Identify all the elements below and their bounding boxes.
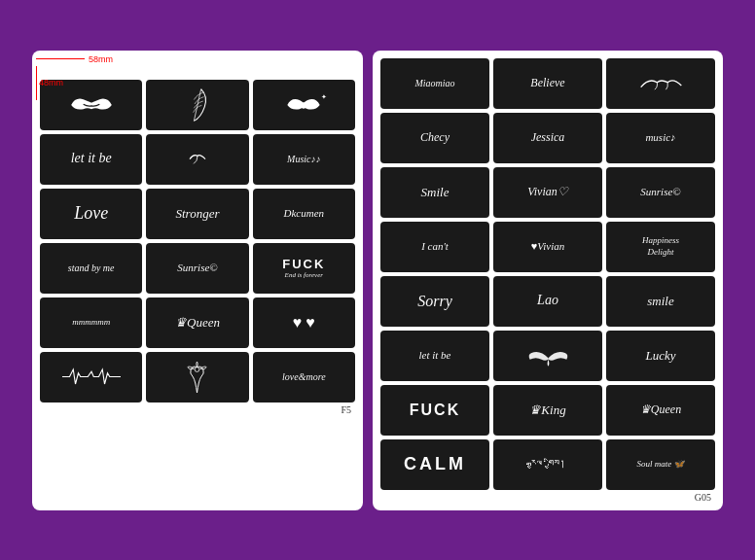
ecg-icon <box>62 365 121 389</box>
cell-heart-vivian: ♥Vivian <box>493 222 602 272</box>
text-calm: CALM <box>404 454 466 475</box>
feather-icon <box>183 86 212 124</box>
text-let-it-be: let it be <box>71 151 112 167</box>
cell-queen-right: ♛Queen <box>606 385 715 436</box>
cell-sunrise-right: Sunrise© <box>606 167 715 218</box>
cell-angel-wings <box>493 331 602 381</box>
text-smile-r3: Smile <box>421 185 449 200</box>
text-miaomiao: Miaomiao <box>414 78 454 89</box>
text-dkcumen: Dkcumen <box>284 207 325 220</box>
cell-stand-by-me: stand by me <box>40 243 142 294</box>
cell-sorry: Sorry <box>380 276 489 327</box>
cell-let-it-be: let it be <box>40 134 142 185</box>
cell-lucky: Lucky <box>606 331 715 381</box>
left-grid-container: ✦ let it be Music♪♪ L <box>40 80 355 402</box>
text-queen-left: ♛Queen <box>175 315 220 331</box>
text-i-cant: I can't <box>421 240 449 253</box>
width-label: 58mm <box>89 54 113 64</box>
angel-wings-icon <box>521 341 575 370</box>
cell-hearts: ♥ ♥ <box>253 298 355 348</box>
cell-fuck-right: FUCK <box>380 385 489 436</box>
right-sheet: Miaomiao Believe Checy Jessica music♪ <box>373 51 723 510</box>
text-sorry: Sorry <box>417 292 452 310</box>
main-container: 58mm 48mm <box>22 41 733 520</box>
cell-music-right: music♪ <box>606 113 715 163</box>
cell-sunrise: Sunrise© <box>146 243 248 294</box>
text-heart-vivian: ♥Vivian <box>531 240 564 253</box>
text-believe: Believe <box>530 76 564 89</box>
text-queen-right: ♛Queen <box>640 402 681 416</box>
cell-smile-r3: Smile <box>380 167 489 218</box>
text-love: Love <box>74 203 108 225</box>
cell-flower <box>146 352 248 402</box>
cell-calm: CALM <box>380 439 489 490</box>
cell-vivian: Vivian♡ <box>493 167 602 218</box>
hearts-icon: ♥ ♥ <box>293 313 315 332</box>
cell-feather <box>146 80 248 130</box>
text-sunrise: Sunrise© <box>177 262 217 274</box>
text-lucky: Lucky <box>645 348 675 364</box>
text-lao: Lao <box>537 293 558 309</box>
flower-icon <box>180 358 214 397</box>
text-music-right: music♪ <box>645 131 675 144</box>
cell-tibetan: རྒྱལ་གྱིས། <box>493 439 602 490</box>
cell-believe: Believe <box>493 58 602 109</box>
text-vivian: Vivian♡ <box>527 185 567 198</box>
cell-bird-right <box>606 58 715 109</box>
text-end-forever: End is forever <box>282 271 325 279</box>
cell-jessica: Jessica <box>493 113 602 163</box>
cell-love-more: love&more <box>253 352 355 402</box>
text-fuck: FUCK <box>282 257 325 272</box>
cell-miaomiao: Miaomiao <box>380 58 489 109</box>
text-jessica: Jessica <box>531 130 565 144</box>
lips-icon <box>67 91 116 119</box>
cell-smile-r5: smile <box>606 276 715 327</box>
cell-dkcumen: Dkcumen <box>253 189 355 239</box>
text-let-it-be-right: let it be <box>419 349 451 362</box>
cell-music: Music♪♪ <box>253 134 355 185</box>
cell-i-cant: I can't <box>380 222 489 272</box>
text-stronger: Stronger <box>175 206 219 222</box>
cell-happiness: HappinessDelight <box>606 222 715 272</box>
bird-right-icon <box>634 71 688 95</box>
text-tibetan: རྒྱལ་གྱིས། <box>530 458 565 471</box>
text-happiness: HappinessDelight <box>642 235 679 258</box>
text-mmmm: mmmmmm <box>72 317 110 328</box>
cell-lips <box>40 80 142 130</box>
left-sheet-label: F5 <box>40 404 355 415</box>
text-love-more: love&more <box>282 371 326 383</box>
text-smile-r5: smile <box>647 294 673 309</box>
cell-queen-left: ♛Queen <box>146 298 248 348</box>
cell-soul-mate: Soul mate 🦋 <box>606 439 715 490</box>
svg-text:✦: ✦ <box>322 93 328 100</box>
left-grid: ✦ let it be Music♪♪ L <box>40 80 355 402</box>
cell-let-it-be-right: let it be <box>380 331 489 381</box>
cell-mmmm: mmmmmm <box>40 298 142 348</box>
text-checy: Checy <box>420 130 449 144</box>
text-fuck-right: FUCK <box>410 401 460 419</box>
cell-checy: Checy <box>380 113 489 163</box>
left-sheet: 58mm 48mm <box>32 51 363 510</box>
text-king: ♛King <box>529 402 565 418</box>
text-music: Music♪♪ <box>287 154 320 165</box>
cell-ecg <box>40 352 142 402</box>
cell-fuck: FUCK End is forever <box>253 243 355 294</box>
cell-love: Love <box>40 189 142 239</box>
cell-bird <box>146 134 248 185</box>
cell-kiss-lips: ✦ <box>253 80 355 130</box>
cell-king: ♛King <box>493 385 602 436</box>
bird-icon-left <box>178 150 217 169</box>
right-sheet-label: G05 <box>380 492 715 503</box>
text-stand-by-me: stand by me <box>68 262 115 274</box>
right-grid: Miaomiao Believe Checy Jessica music♪ <box>380 58 715 490</box>
text-sunrise-right: Sunrise© <box>640 186 680 198</box>
cell-stronger: Stronger <box>146 189 248 239</box>
kiss-lips-icon: ✦ <box>279 91 328 119</box>
cell-lao: Lao <box>493 276 602 327</box>
text-soul-mate: Soul mate 🦋 <box>637 459 685 470</box>
